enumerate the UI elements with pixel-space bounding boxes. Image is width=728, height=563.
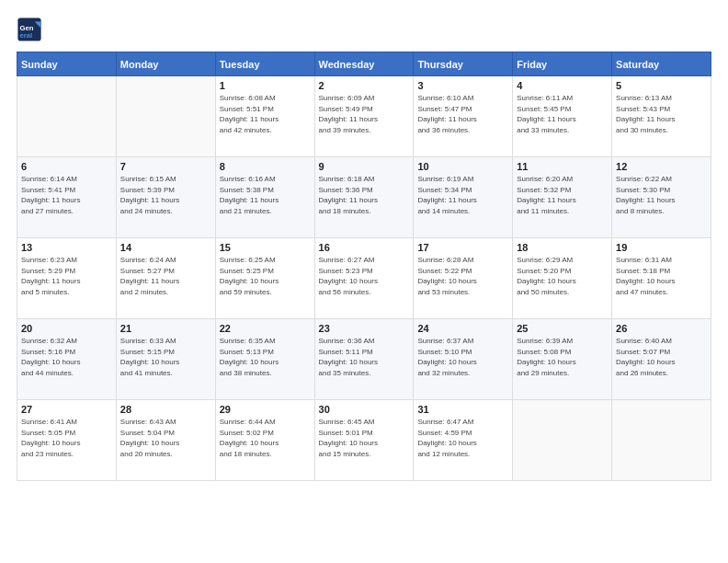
day-number: 5: [616, 80, 707, 91]
header-thursday: Thursday: [414, 52, 513, 76]
calendar-cell: 7Sunrise: 6:15 AM Sunset: 5:39 PM Daylig…: [116, 157, 215, 238]
day-number: 16: [319, 242, 410, 253]
day-number: 2: [319, 80, 410, 91]
day-number: 26: [616, 323, 707, 334]
week-row-4: 27Sunrise: 6:41 AM Sunset: 5:05 PM Dayli…: [17, 400, 711, 481]
day-info: Sunrise: 6:16 AM Sunset: 5:38 PM Dayligh…: [220, 174, 311, 216]
calendar-cell: 5Sunrise: 6:13 AM Sunset: 5:43 PM Daylig…: [612, 76, 711, 157]
calendar-cell: 11Sunrise: 6:20 AM Sunset: 5:32 PM Dayli…: [513, 157, 612, 238]
calendar-cell: 31Sunrise: 6:47 AM Sunset: 4:59 PM Dayli…: [414, 400, 513, 481]
day-info: Sunrise: 6:20 AM Sunset: 5:32 PM Dayligh…: [517, 174, 608, 216]
header-saturday: Saturday: [612, 52, 711, 76]
calendar-cell: 21Sunrise: 6:33 AM Sunset: 5:15 PM Dayli…: [116, 319, 215, 400]
calendar-cell: 14Sunrise: 6:24 AM Sunset: 5:27 PM Dayli…: [116, 238, 215, 319]
day-number: 24: [417, 323, 508, 334]
svg-text:eral: eral: [20, 31, 33, 40]
day-number: 20: [21, 323, 112, 334]
calendar-cell: [116, 76, 215, 157]
day-number: 9: [319, 161, 410, 172]
day-number: 31: [417, 404, 508, 415]
calendar-cell: 20Sunrise: 6:32 AM Sunset: 5:16 PM Dayli…: [17, 319, 117, 400]
header-sunday: Sunday: [17, 52, 117, 76]
day-number: 10: [417, 161, 508, 172]
week-row-3: 20Sunrise: 6:32 AM Sunset: 5:16 PM Dayli…: [17, 319, 711, 400]
day-number: 28: [120, 404, 211, 415]
page: Gen eral SundayMondayTuesdayWednesdayThu…: [0, 0, 728, 563]
week-row-1: 6Sunrise: 6:14 AM Sunset: 5:41 PM Daylig…: [17, 157, 711, 238]
calendar-cell: 25Sunrise: 6:39 AM Sunset: 5:08 PM Dayli…: [513, 319, 612, 400]
day-info: Sunrise: 6:45 AM Sunset: 5:01 PM Dayligh…: [319, 417, 410, 459]
day-number: 19: [616, 242, 707, 253]
calendar-cell: 27Sunrise: 6:41 AM Sunset: 5:05 PM Dayli…: [17, 400, 117, 481]
day-info: Sunrise: 6:09 AM Sunset: 5:49 PM Dayligh…: [319, 93, 410, 135]
day-info: Sunrise: 6:25 AM Sunset: 5:25 PM Dayligh…: [220, 255, 311, 297]
calendar-cell: 26Sunrise: 6:40 AM Sunset: 5:07 PM Dayli…: [612, 319, 711, 400]
logo: Gen eral: [17, 17, 46, 42]
calendar-cell: 2Sunrise: 6:09 AM Sunset: 5:49 PM Daylig…: [314, 76, 414, 157]
day-number: 3: [417, 80, 508, 91]
day-number: 6: [21, 161, 112, 172]
calendar-cell: 17Sunrise: 6:28 AM Sunset: 5:22 PM Dayli…: [414, 238, 513, 319]
calendar-cell: 18Sunrise: 6:29 AM Sunset: 5:20 PM Dayli…: [513, 238, 612, 319]
day-info: Sunrise: 6:40 AM Sunset: 5:07 PM Dayligh…: [616, 336, 707, 378]
calendar-cell: 22Sunrise: 6:35 AM Sunset: 5:13 PM Dayli…: [215, 319, 314, 400]
day-number: 13: [21, 242, 112, 253]
day-info: Sunrise: 6:11 AM Sunset: 5:45 PM Dayligh…: [517, 93, 608, 135]
week-row-0: 1Sunrise: 6:08 AM Sunset: 5:51 PM Daylig…: [17, 76, 711, 157]
header-tuesday: Tuesday: [215, 52, 314, 76]
day-number: 25: [517, 323, 608, 334]
calendar-cell: 10Sunrise: 6:19 AM Sunset: 5:34 PM Dayli…: [414, 157, 513, 238]
calendar-cell: 24Sunrise: 6:37 AM Sunset: 5:10 PM Dayli…: [414, 319, 513, 400]
calendar-cell: 23Sunrise: 6:36 AM Sunset: 5:11 PM Dayli…: [314, 319, 414, 400]
day-info: Sunrise: 6:41 AM Sunset: 5:05 PM Dayligh…: [21, 417, 112, 459]
day-info: Sunrise: 6:27 AM Sunset: 5:23 PM Dayligh…: [319, 255, 410, 297]
calendar-cell: 6Sunrise: 6:14 AM Sunset: 5:41 PM Daylig…: [17, 157, 117, 238]
day-info: Sunrise: 6:29 AM Sunset: 5:20 PM Dayligh…: [517, 255, 608, 297]
day-number: 14: [120, 242, 211, 253]
calendar-cell: 28Sunrise: 6:43 AM Sunset: 5:04 PM Dayli…: [116, 400, 215, 481]
calendar-cell: 12Sunrise: 6:22 AM Sunset: 5:30 PM Dayli…: [612, 157, 711, 238]
calendar-cell: 1Sunrise: 6:08 AM Sunset: 5:51 PM Daylig…: [215, 76, 314, 157]
day-info: Sunrise: 6:22 AM Sunset: 5:30 PM Dayligh…: [616, 174, 707, 216]
day-info: Sunrise: 6:08 AM Sunset: 5:51 PM Dayligh…: [220, 93, 311, 135]
day-info: Sunrise: 6:35 AM Sunset: 5:13 PM Dayligh…: [220, 336, 311, 378]
day-info: Sunrise: 6:14 AM Sunset: 5:41 PM Dayligh…: [21, 174, 112, 216]
day-number: 29: [220, 404, 311, 415]
calendar-table: SundayMondayTuesdayWednesdayThursdayFrid…: [17, 52, 711, 481]
day-info: Sunrise: 6:32 AM Sunset: 5:16 PM Dayligh…: [21, 336, 112, 378]
logo-icon: Gen eral: [17, 17, 42, 42]
day-number: 7: [120, 161, 211, 172]
day-info: Sunrise: 6:37 AM Sunset: 5:10 PM Dayligh…: [417, 336, 508, 378]
day-number: 8: [220, 161, 311, 172]
calendar-header-row: SundayMondayTuesdayWednesdayThursdayFrid…: [17, 52, 711, 76]
calendar-cell: 4Sunrise: 6:11 AM Sunset: 5:45 PM Daylig…: [513, 76, 612, 157]
calendar-cell: 15Sunrise: 6:25 AM Sunset: 5:25 PM Dayli…: [215, 238, 314, 319]
day-number: 17: [417, 242, 508, 253]
day-number: 27: [21, 404, 112, 415]
calendar-cell: [17, 76, 117, 157]
header: Gen eral: [17, 17, 711, 42]
day-info: Sunrise: 6:24 AM Sunset: 5:27 PM Dayligh…: [120, 255, 211, 297]
day-info: Sunrise: 6:13 AM Sunset: 5:43 PM Dayligh…: [616, 93, 707, 135]
day-info: Sunrise: 6:36 AM Sunset: 5:11 PM Dayligh…: [319, 336, 410, 378]
day-number: 18: [517, 242, 608, 253]
day-number: 30: [319, 404, 410, 415]
day-info: Sunrise: 6:33 AM Sunset: 5:15 PM Dayligh…: [120, 336, 211, 378]
header-monday: Monday: [116, 52, 215, 76]
calendar-cell: 13Sunrise: 6:23 AM Sunset: 5:29 PM Dayli…: [17, 238, 117, 319]
calendar-cell: [612, 400, 711, 481]
day-info: Sunrise: 6:19 AM Sunset: 5:34 PM Dayligh…: [417, 174, 508, 216]
calendar-cell: 30Sunrise: 6:45 AM Sunset: 5:01 PM Dayli…: [314, 400, 414, 481]
day-number: 22: [220, 323, 311, 334]
day-info: Sunrise: 6:15 AM Sunset: 5:39 PM Dayligh…: [120, 174, 211, 216]
header-friday: Friday: [513, 52, 612, 76]
day-number: 12: [616, 161, 707, 172]
day-number: 1: [220, 80, 311, 91]
day-info: Sunrise: 6:47 AM Sunset: 4:59 PM Dayligh…: [417, 417, 508, 459]
calendar-cell: 16Sunrise: 6:27 AM Sunset: 5:23 PM Dayli…: [314, 238, 414, 319]
day-number: 4: [517, 80, 608, 91]
day-info: Sunrise: 6:39 AM Sunset: 5:08 PM Dayligh…: [517, 336, 608, 378]
calendar-cell: 8Sunrise: 6:16 AM Sunset: 5:38 PM Daylig…: [215, 157, 314, 238]
day-number: 11: [517, 161, 608, 172]
day-number: 21: [120, 323, 211, 334]
